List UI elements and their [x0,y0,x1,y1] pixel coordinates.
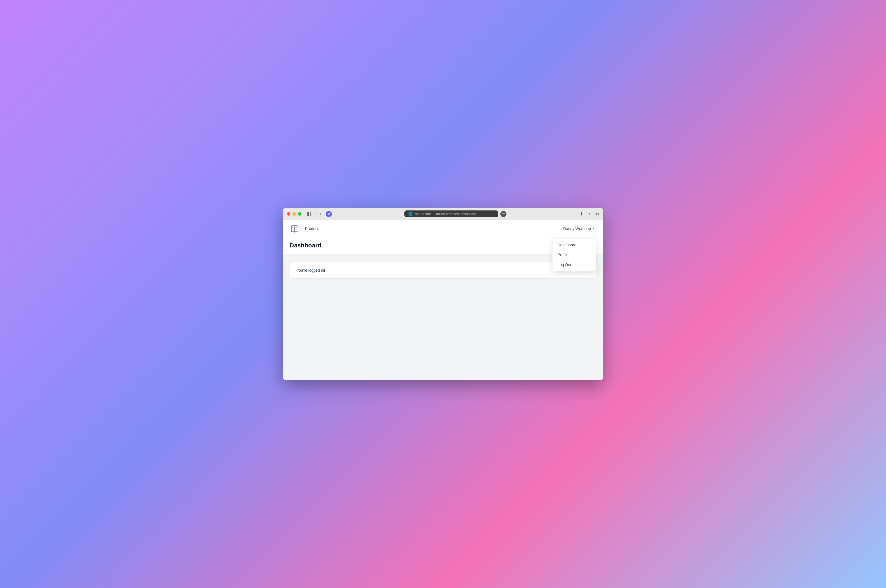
sidebar-toggle-icon [307,212,310,216]
browser-window: ‹ › ⚙ 🌐 Not Secure — online-store.test/d… [283,208,603,380]
browser-chrome: ‹ › ⚙ 🌐 Not Secure — online-store.test/d… [283,208,603,220]
maximize-button[interactable] [298,212,301,216]
forward-button[interactable]: › [319,211,322,217]
new-tab-button[interactable]: ＋ [587,210,592,218]
traffic-lights [287,212,301,216]
user-name: Danny Worsnop [563,226,591,231]
address-bar-wrapper: 🌐 Not Secure — online-store.test/dashboa… [335,210,576,218]
logged-in-card: You're logged in! [289,262,597,279]
logged-in-message: You're logged in! [297,268,325,273]
chrome-controls: ‹ › [306,211,322,217]
close-button[interactable] [287,212,291,216]
chevron-down-icon: ▾ [592,227,594,230]
app-content: Products Danny Worsnop ▾ Dashboard Profi… [283,220,603,380]
address-text: Not Secure — online-store.test/dashboard [414,212,476,216]
more-options-button[interactable]: ••• [501,211,507,217]
address-bar[interactable]: 🌐 Not Secure — online-store.test/dashboa… [405,210,498,218]
navbar-left: Products [289,224,320,234]
ellipsis-icon: ••• [502,212,505,216]
navbar-right: Danny Worsnop ▾ Dashboard Profile Log Ou… [561,225,597,232]
share-button[interactable]: ⬆ [579,211,584,217]
dropdown-item-dashboard[interactable]: Dashboard [553,240,596,250]
user-menu-trigger[interactable]: Danny Worsnop ▾ [561,225,597,232]
sidebar-toggle-button[interactable] [306,212,312,216]
tab-overview-button[interactable]: ⧉ [595,211,599,217]
minimize-button[interactable] [292,212,296,216]
page-title: Dashboard [289,242,597,249]
nav-links: Products [305,226,320,231]
laravel-logo-icon [289,224,300,234]
user-dropdown-menu: Dashboard Profile Log Out [552,238,597,271]
globe-icon: 🌐 [408,212,413,216]
dropdown-item-logout[interactable]: Log Out [553,260,596,270]
logo [289,224,300,234]
navbar: Products Danny Worsnop ▾ Dashboard Profi… [283,220,603,237]
extensions-area: ⚙ [326,211,332,217]
nav-link-products[interactable]: Products [305,226,320,231]
extension-icon: ⚙ [326,211,332,217]
dropdown-item-profile[interactable]: Profile [553,250,596,260]
back-button[interactable]: ‹ [313,211,317,217]
browser-actions: ⬆ ＋ ⧉ [579,210,599,218]
